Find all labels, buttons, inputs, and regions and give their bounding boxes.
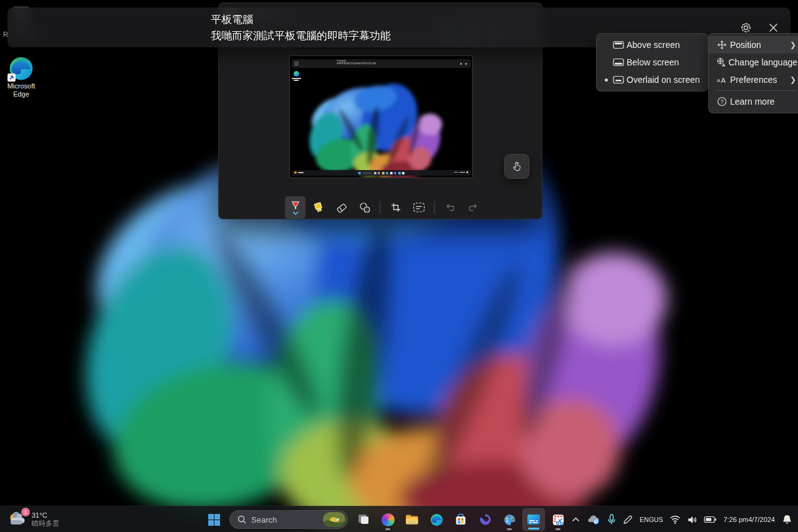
svg-text:A: A: [717, 78, 721, 83]
snipping-tool-button[interactable]: [547, 508, 569, 531]
desktop: Recycle Bin Microsoft Edge: [0, 0, 798, 532]
screenshot-preview-canvas[interactable]: 平板電腦 我哋而家測試平板電腦的即時字幕功能: [289, 55, 473, 178]
live-captions-button[interactable]: [522, 508, 545, 531]
weather-widget[interactable]: 1 31°C 晴時多雲: [5, 509, 63, 530]
snipping-tool-icon: [552, 513, 565, 526]
caption-line-1: 平板電腦: [211, 12, 253, 27]
crop-button[interactable]: [385, 196, 406, 219]
pen-icon[interactable]: [619, 509, 636, 530]
system-tray: ENG US: [569, 508, 796, 531]
running-indicator: [555, 528, 560, 530]
chevron-right-icon: ❯: [790, 75, 797, 84]
task-view-button[interactable]: [352, 508, 375, 531]
weather-condition: 晴時多雲: [32, 520, 59, 528]
tray-date: 4/7/2024: [748, 516, 775, 524]
mini-close-icon: [465, 63, 467, 65]
input-language-indicator[interactable]: ENG US: [636, 509, 666, 530]
menu-item-learn-more[interactable]: ? Learn more: [709, 93, 798, 110]
menu-item-below-screen[interactable]: Below screen: [597, 54, 708, 71]
text-size-icon: AA: [714, 75, 730, 84]
microsoft-store-button[interactable]: [449, 508, 472, 531]
paint-button[interactable]: [498, 508, 521, 531]
tray-time: 7:26 pm: [723, 516, 748, 524]
menu-item-preferences[interactable]: AA Preferences ❯: [709, 71, 798, 88]
highlighter-button[interactable]: [308, 196, 329, 219]
caption-line-2: 我哋而家測試平板電腦的即時字幕功能: [211, 29, 391, 44]
microsoft-365-icon: [479, 513, 491, 526]
desktop-icon-label: Microsoft Edge: [1, 82, 41, 98]
touch-pointer-icon: [511, 160, 523, 173]
caption-overlay-icon: [610, 75, 627, 84]
copilot-button[interactable]: [377, 508, 399, 531]
caption-above-icon: [610, 40, 627, 49]
mini-taskbar: [292, 170, 471, 176]
microsoft-365-button[interactable]: [474, 508, 496, 531]
onedrive-cloud-icon[interactable]: [583, 509, 604, 530]
tray-chevron-up-icon[interactable]: [569, 509, 583, 530]
weather-temp: 31°C: [32, 511, 59, 520]
search-icon: [238, 515, 246, 524]
edit-toolbar: [285, 195, 483, 220]
menu-item-overlaid-on-screen[interactable]: Overlaid on screen: [597, 71, 708, 88]
search-highlight-image[interactable]: [323, 512, 345, 527]
text-actions-button[interactable]: [408, 196, 429, 219]
redo-button[interactable]: [463, 196, 483, 219]
notification-bell-icon[interactable]: [779, 509, 796, 530]
svg-text:A: A: [722, 62, 726, 68]
file-explorer-button[interactable]: [401, 508, 423, 531]
help-circle-icon: ?: [714, 97, 730, 107]
battery-icon[interactable]: [701, 509, 719, 530]
chevron-right-icon: ❯: [790, 40, 797, 49]
shapes-button[interactable]: [354, 196, 375, 219]
wifi-icon[interactable]: [666, 509, 684, 530]
svg-text:?: ?: [721, 98, 724, 105]
toolbar-separator: [380, 201, 380, 214]
selected-bullet: [605, 78, 608, 82]
undo-icon: [445, 202, 456, 213]
mini-live-captions-bar: 平板電腦 我哋而家測試平板電腦的即時字幕功能: [292, 59, 471, 68]
menu-item-position[interactable]: Position ❯: [709, 36, 798, 54]
eraser-icon: [335, 201, 348, 214]
edge-button[interactable]: [425, 508, 448, 531]
file-explorer-icon: [405, 513, 419, 526]
menu-separator: [715, 90, 796, 91]
search-box[interactable]: Search: [229, 510, 348, 529]
mini-wallpaper: [290, 56, 472, 178]
caption-below-icon: [610, 58, 627, 67]
svg-text:A: A: [721, 77, 726, 84]
microsoft-store-icon: [454, 513, 467, 526]
eraser-button[interactable]: [331, 196, 352, 219]
highlighter-icon: [312, 201, 325, 214]
running-indicator: [507, 528, 512, 530]
undo-button[interactable]: [440, 196, 460, 219]
copilot-icon: [382, 513, 395, 526]
touch-writing-button[interactable]: [504, 154, 529, 179]
volume-icon[interactable]: [684, 509, 701, 530]
toolbar-separator: [434, 201, 435, 214]
taskbar-center: Search: [203, 508, 569, 531]
gear-icon: [740, 22, 752, 34]
chevron-down-icon: [292, 211, 299, 215]
ballpoint-pen-button[interactable]: [285, 196, 305, 219]
redo-icon: [468, 202, 479, 213]
menu-item-above-screen[interactable]: Above screen: [597, 36, 708, 54]
language-globe-icon: A: [714, 57, 728, 67]
taskbar: 1 31°C 晴時多雲 Search: [0, 506, 798, 532]
desktop-icon-microsoft-edge[interactable]: Microsoft Edge: [1, 56, 41, 98]
weather-badge: 1: [21, 508, 30, 516]
start-button[interactable]: [203, 508, 225, 531]
active-running-indicator: [528, 528, 539, 530]
close-icon: [769, 23, 778, 32]
shortcut-arrow-icon: [7, 74, 16, 82]
live-captions-icon: [527, 514, 541, 525]
mini-caption-text: 平板電腦 我哋而家測試平板電腦的即時字幕功能: [337, 60, 376, 64]
crop-icon: [390, 202, 401, 213]
microphone-active-icon[interactable]: [604, 509, 619, 530]
clock-date[interactable]: 7:26 pm 4/7/2024: [719, 509, 779, 530]
windows-logo-icon: [208, 514, 220, 526]
text-actions-icon: [413, 202, 425, 213]
ballpoint-pen-icon: [290, 201, 301, 211]
captions-settings-menu: Position ❯ A Change language AA Preferen…: [708, 33, 798, 113]
menu-item-change-language[interactable]: A Change language: [709, 54, 798, 71]
mini-edge-label: [292, 78, 301, 81]
